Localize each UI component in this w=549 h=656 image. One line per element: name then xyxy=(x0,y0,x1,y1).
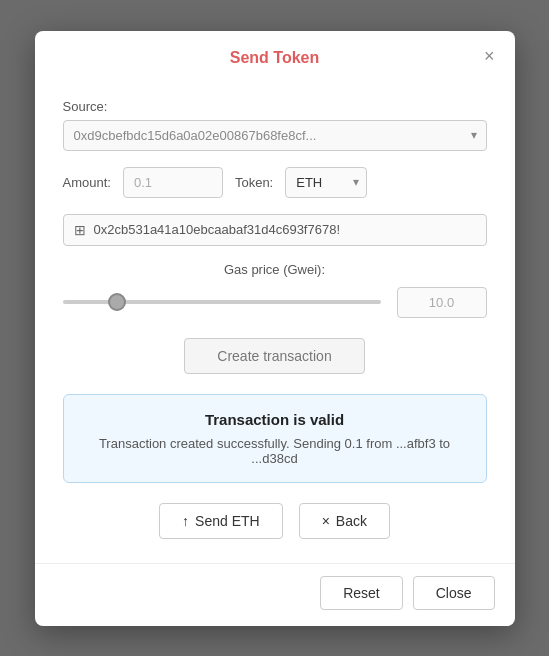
amount-row: Amount: Token: ETH ERC20 xyxy=(63,167,487,198)
source-select[interactable]: 0xd9cbefbdc15d6a0a02e00867b68fe8cf... xyxy=(63,120,487,151)
success-box: Transaction is valid Transaction created… xyxy=(63,394,487,483)
gas-slider[interactable] xyxy=(63,300,381,304)
back-icon: × xyxy=(322,513,330,529)
modal-title: Send Token xyxy=(230,49,320,67)
back-button[interactable]: × Back xyxy=(299,503,390,539)
source-select-wrapper: 0xd9cbefbdc15d6a0a02e00867b68fe8cf... xyxy=(63,120,487,151)
recipient-icon: ⊞ xyxy=(74,222,86,238)
token-select[interactable]: ETH ERC20 xyxy=(285,167,367,198)
source-field: Source: 0xd9cbefbdc15d6a0a02e00867b68fe8… xyxy=(63,99,487,151)
close-button[interactable]: Close xyxy=(413,576,495,610)
token-select-wrapper: ETH ERC20 xyxy=(285,167,367,198)
send-icon: ↑ xyxy=(182,513,189,529)
create-transaction-button[interactable]: Create transaction xyxy=(184,338,364,374)
amount-input[interactable] xyxy=(123,167,223,198)
send-eth-label: Send ETH xyxy=(195,513,260,529)
action-row: ↑ Send ETH × Back xyxy=(63,503,487,539)
gas-row xyxy=(63,287,487,318)
modal-body: Source: 0xd9cbefbdc15d6a0a02e00867b68fe8… xyxy=(35,81,515,563)
reset-button[interactable]: Reset xyxy=(320,576,403,610)
success-message: Transaction created successfully. Sendin… xyxy=(84,436,466,466)
send-token-modal: Send Token × Source: 0xd9cbefbdc15d6a0a0… xyxy=(35,31,515,626)
token-label: Token: xyxy=(235,175,273,190)
modal-header: Send Token × xyxy=(35,31,515,81)
source-label: Source: xyxy=(63,99,487,114)
recipient-address: 0x2cb531a41a10ebcaabaf31d4c693f7678! xyxy=(94,222,341,237)
gas-value-input[interactable] xyxy=(397,287,487,318)
modal-footer: Reset Close xyxy=(35,563,515,626)
recipient-row: ⊞ 0x2cb531a41a10ebcaabaf31d4c693f7678! xyxy=(63,214,487,246)
send-eth-button[interactable]: ↑ Send ETH xyxy=(159,503,283,539)
gas-label: Gas price (Gwei): xyxy=(63,262,487,277)
back-label: Back xyxy=(336,513,367,529)
success-title: Transaction is valid xyxy=(84,411,466,428)
amount-label: Amount: xyxy=(63,175,111,190)
close-icon[interactable]: × xyxy=(480,45,499,67)
